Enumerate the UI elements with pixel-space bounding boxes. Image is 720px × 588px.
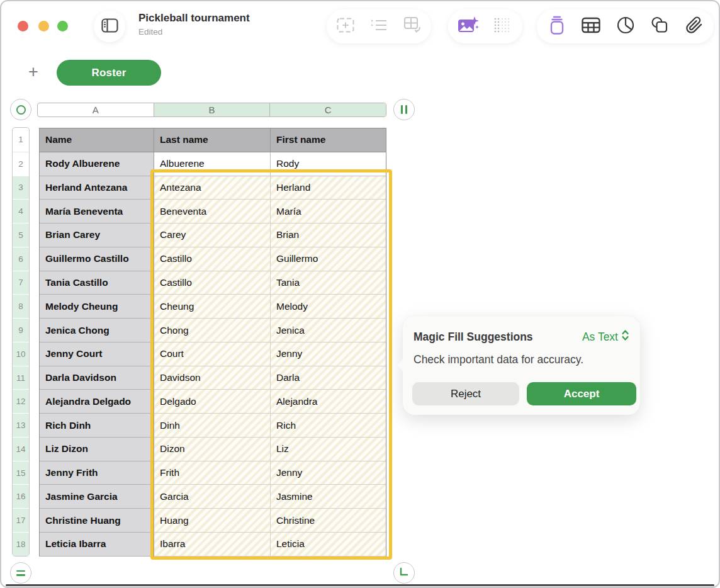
cell-A2[interactable]: Rody Albuerene bbox=[40, 152, 154, 176]
cell-A6[interactable]: Guillermo Castillo bbox=[40, 247, 154, 271]
cell-B17[interactable]: Huang bbox=[154, 509, 271, 533]
cell-A7[interactable]: Tania Castillo bbox=[40, 271, 154, 295]
row-number-5[interactable]: 5 bbox=[13, 223, 29, 247]
table-row: Rich DinhDinhRich bbox=[40, 414, 386, 438]
format-selector[interactable]: As Text bbox=[582, 329, 629, 344]
cell-B6[interactable]: Castillo bbox=[154, 247, 271, 271]
cell-B5[interactable]: Carey bbox=[154, 223, 271, 247]
column-header-a[interactable]: A bbox=[38, 103, 154, 116]
cell-B10[interactable]: Court bbox=[154, 342, 271, 366]
sidebar-toggle-button[interactable] bbox=[94, 11, 125, 42]
cell-A15[interactable]: Jenny Frith bbox=[40, 461, 154, 485]
cell-C7[interactable]: Tania bbox=[271, 271, 386, 295]
cell-B4[interactable]: Beneventa bbox=[154, 200, 271, 223]
minimize-window-button[interactable] bbox=[38, 21, 49, 31]
cell-C12[interactable]: Alejandra bbox=[271, 390, 386, 414]
row-number-13[interactable]: 13 bbox=[13, 413, 29, 437]
cell-A14[interactable]: Liz Dizon bbox=[40, 438, 154, 461]
row-number-18[interactable]: 18 bbox=[13, 532, 29, 556]
cell-C2[interactable]: Rody bbox=[271, 152, 386, 176]
cell-A13[interactable]: Rich Dinh bbox=[40, 414, 154, 438]
cell-A12[interactable]: Alejandra Delgado bbox=[40, 390, 154, 414]
row-number-16[interactable]: 16 bbox=[13, 484, 29, 508]
zoom-window-button[interactable] bbox=[57, 21, 68, 31]
cell-C14[interactable]: Liz bbox=[271, 438, 386, 461]
cell-C15[interactable]: Jenny bbox=[271, 461, 386, 485]
row-number-14[interactable]: 14 bbox=[13, 437, 29, 461]
sheet-tab-roster[interactable]: Roster bbox=[57, 60, 161, 86]
column-header-b[interactable]: B bbox=[154, 103, 270, 116]
cell-C16[interactable]: Jasmine bbox=[271, 485, 386, 509]
close-window-button[interactable] bbox=[18, 21, 28, 31]
cell-B12[interactable]: Delgado bbox=[154, 390, 271, 414]
cell-B8[interactable]: Cheung bbox=[154, 295, 271, 319]
reject-button[interactable]: Reject bbox=[412, 382, 519, 405]
accept-button[interactable]: Accept bbox=[527, 382, 636, 405]
row-number-4[interactable]: 4 bbox=[13, 199, 29, 223]
column-resize-handle[interactable] bbox=[393, 99, 415, 120]
outline-list-button[interactable] bbox=[364, 12, 393, 41]
cell-B14[interactable]: Dizon bbox=[154, 438, 271, 461]
row-number-3[interactable]: 3 bbox=[13, 176, 29, 200]
row-number-1[interactable]: 1 bbox=[13, 128, 29, 152]
attachment-button[interactable] bbox=[680, 12, 709, 41]
row-number-17[interactable]: 17 bbox=[13, 508, 29, 532]
cell-B3[interactable]: Antezana bbox=[154, 176, 271, 200]
cell-B9[interactable]: Chong bbox=[154, 319, 271, 342]
table-select-handle[interactable] bbox=[10, 99, 31, 120]
cell-C3[interactable]: Herland bbox=[271, 176, 386, 200]
column-header-c[interactable]: C bbox=[269, 103, 386, 116]
insert-shape-button[interactable] bbox=[645, 12, 674, 41]
cell-A3[interactable]: Herland Antezana bbox=[40, 176, 154, 200]
cell-B13[interactable]: Dinh bbox=[154, 414, 271, 438]
paperclip-icon bbox=[685, 16, 703, 37]
transpose-table-button[interactable] bbox=[398, 12, 427, 41]
row-number-7[interactable]: 7 bbox=[13, 271, 29, 295]
add-sheet-button[interactable]: + bbox=[24, 61, 43, 82]
cell-A9[interactable]: Jenica Chong bbox=[40, 319, 154, 342]
row-number-6[interactable]: 6 bbox=[13, 247, 29, 271]
cell-A4[interactable]: María Beneventa bbox=[40, 200, 154, 223]
cell-B7[interactable]: Castillo bbox=[154, 271, 271, 295]
magic-jar-button[interactable] bbox=[543, 12, 571, 41]
insert-category-button[interactable] bbox=[331, 12, 360, 41]
table-resize-handle[interactable] bbox=[393, 562, 415, 584]
cell-A16[interactable]: Jasmine Garcia bbox=[40, 485, 154, 509]
cell-A11[interactable]: Darla Davidson bbox=[40, 366, 154, 390]
cell-C6[interactable]: Guillermo bbox=[271, 247, 386, 271]
cell-C1[interactable]: First name bbox=[271, 128, 386, 152]
cell-C11[interactable]: Darla bbox=[271, 366, 386, 390]
row-number-8[interactable]: 8 bbox=[13, 294, 29, 318]
cell-B16[interactable]: Garcia bbox=[154, 485, 271, 509]
cell-A8[interactable]: Melody Cheung bbox=[40, 295, 154, 319]
cell-C17[interactable]: Christine bbox=[271, 509, 386, 533]
cell-A1[interactable]: Name bbox=[40, 128, 154, 152]
cell-A10[interactable]: Jenny Court bbox=[40, 342, 154, 366]
cell-B15[interactable]: Frith bbox=[154, 461, 271, 485]
cell-C18[interactable]: Leticia bbox=[271, 533, 386, 557]
cell-C8[interactable]: Melody bbox=[271, 295, 386, 319]
row-number-9[interactable]: 9 bbox=[13, 318, 29, 342]
cell-A17[interactable]: Christine Huang bbox=[40, 509, 154, 533]
dots-grid-button[interactable] bbox=[488, 12, 517, 41]
magic-image-button[interactable] bbox=[454, 12, 483, 41]
cell-C9[interactable]: Jenica bbox=[271, 319, 386, 342]
cell-C13[interactable]: Rich bbox=[271, 414, 386, 438]
row-number-10[interactable]: 10 bbox=[13, 342, 29, 366]
row-number-12[interactable]: 12 bbox=[13, 389, 29, 413]
cell-C4[interactable]: María bbox=[271, 200, 386, 223]
row-number-2[interactable]: 2 bbox=[13, 152, 29, 176]
cell-C5[interactable]: Brian bbox=[271, 223, 386, 247]
insert-chart-button[interactable] bbox=[611, 12, 640, 41]
row-number-15[interactable]: 15 bbox=[13, 461, 29, 485]
cell-A18[interactable]: Leticia Ibarra bbox=[40, 533, 154, 557]
cell-A5[interactable]: Brian Carey bbox=[40, 223, 154, 247]
row-number-11[interactable]: 11 bbox=[13, 366, 29, 390]
cell-B18[interactable]: Ibarra bbox=[154, 533, 271, 557]
cell-B1[interactable]: Last name bbox=[154, 128, 271, 152]
cell-C10[interactable]: Jenny bbox=[271, 342, 386, 366]
insert-table-button[interactable] bbox=[577, 12, 605, 41]
add-row-handle[interactable] bbox=[10, 562, 31, 584]
cell-B11[interactable]: Davidson bbox=[154, 366, 271, 390]
cell-B2[interactable]: Albuerene bbox=[154, 152, 271, 176]
